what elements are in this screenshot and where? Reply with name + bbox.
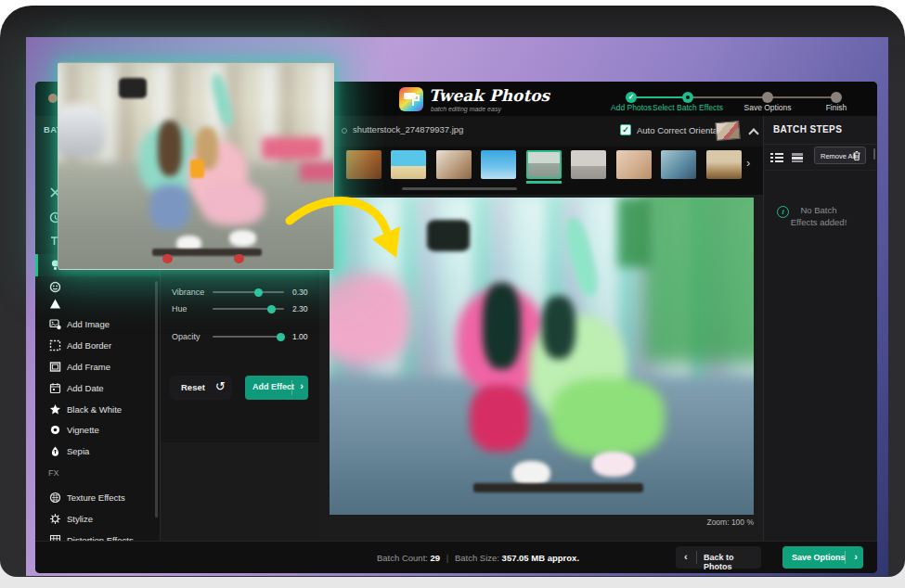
opacity-slider[interactable] <box>213 336 284 338</box>
slider-label-hue: Hue <box>172 304 187 313</box>
sidebar-item-add-border[interactable]: Add Border <box>35 335 160 356</box>
add-frame-icon <box>48 360 61 373</box>
filmstrip-thumbnail-8[interactable] <box>661 150 696 179</box>
sidebar-item-label: Add Border <box>67 340 111 351</box>
filmstrip-thumbnail-4[interactable] <box>481 150 516 179</box>
step-label-add-photos[interactable]: Add Photos <box>611 103 652 112</box>
chevron-up-icon[interactable] <box>748 128 758 138</box>
chevron-left-icon: ‹ <box>684 551 688 562</box>
filmstrip-thumbnail-2[interactable] <box>391 150 426 179</box>
filmstrip-scrollbar[interactable] <box>402 187 517 190</box>
steps-progress-line-done <box>631 96 688 98</box>
sidebar-item-hidden-6[interactable] <box>35 293 160 314</box>
sidebar-item-add-image[interactable]: Add Image <box>35 313 160 335</box>
step-dot-finish[interactable] <box>831 92 842 103</box>
save-options-button[interactable]: Save Options › <box>782 546 863 569</box>
batch-steps-scrollbar[interactable] <box>873 148 875 160</box>
filmstrip-thumbnail-9[interactable] <box>706 150 742 179</box>
remove-all-label: Remove All <box>821 152 856 160</box>
black-white-icon <box>48 403 61 415</box>
sidebar-item-label: Stylize <box>67 514 93 524</box>
yellow-arrow-annotation <box>278 191 418 276</box>
batch-steps-panel <box>763 116 877 541</box>
panel-divider <box>764 170 877 171</box>
sidebar-item-label: Sepia <box>67 446 89 456</box>
save-options-label: Save Options <box>792 553 846 562</box>
app-tagline: batch editing made easy <box>431 106 501 112</box>
batch-size-value: 357.05 MB approx. <box>502 553 579 563</box>
add-border-icon <box>48 339 61 352</box>
filmstrip-thumbnail-7[interactable] <box>616 150 652 179</box>
current-filename: shutterstock_274879937.jpg <box>353 124 463 134</box>
selected-thumbnail-indicator <box>526 181 562 184</box>
slider-value-opacity: 1.00 <box>292 332 308 341</box>
filmstrip-thumbnail-5-selected[interactable] <box>526 150 562 179</box>
batch-count-label: Batch Count: <box>377 553 428 563</box>
step-dot-add-photos[interactable]: ✓ <box>626 92 637 103</box>
step-dot-save-options[interactable] <box>762 92 773 103</box>
sidebar-item-texture-effects[interactable]: Texture Effects <box>35 487 160 508</box>
slider-label-opacity: Opacity <box>172 332 200 341</box>
add-effect-button-label: Add Effect <box>252 382 294 391</box>
button-divider <box>696 551 697 564</box>
filmstrip-thumbnail-1[interactable] <box>346 150 381 179</box>
sidebar-item-black-white[interactable]: Black & White <box>35 399 160 420</box>
check-icon: ✓ <box>628 94 635 101</box>
stacked-view-icon[interactable] <box>791 150 804 161</box>
sidebar-item-label: Black & White <box>67 404 122 415</box>
app-title: Tweak Photos <box>429 86 549 105</box>
separator: | <box>443 553 452 563</box>
auto-correct-checkbox[interactable]: ✓ <box>620 124 631 135</box>
window-close-button[interactable] <box>48 94 58 103</box>
sepia-icon <box>48 444 61 457</box>
sidebar-item-add-frame[interactable]: Add Frame <box>35 356 160 377</box>
step-label-save-options[interactable]: Save Options <box>743 103 791 112</box>
file-status-icon <box>342 128 347 134</box>
hue-slider-knob[interactable] <box>267 305 276 313</box>
add-date-icon <box>48 381 61 394</box>
filmstrip-thumbnail-3[interactable] <box>436 150 472 179</box>
empty-batch-message: No Batch Effects added! <box>787 204 850 228</box>
vignette-icon <box>48 423 61 436</box>
step-label-finish[interactable]: Finish <box>826 103 847 112</box>
vibrance-slider[interactable] <box>213 291 284 293</box>
sidebar-item-label: Add Image <box>67 319 110 329</box>
filmstrip-next-icon[interactable]: › <box>746 156 750 170</box>
sidebar-item-label: Add Frame <box>67 362 110 372</box>
back-to-photos-label: Back to Photos <box>704 553 761 571</box>
batch-count-value: 29 <box>431 553 441 563</box>
slider-label-vibrance: Vibrance <box>172 288 204 297</box>
back-to-photos-button[interactable]: ‹ Back to Photos <box>676 546 761 569</box>
batch-steps-title: BATCH STEPS <box>773 124 842 134</box>
sidebar-item-vignette[interactable]: Vignette <box>35 419 160 441</box>
add-effect-button[interactable]: Add Effect › <box>245 376 308 400</box>
zoom-level-label: Zoom: 100 % <box>670 518 754 527</box>
sidebar-scrollbar[interactable] <box>155 281 158 518</box>
orientation-preview-thumbnail <box>715 121 741 141</box>
slider-value-vibrance: 0.30 <box>292 288 308 297</box>
sidebar-item-sepia[interactable]: Sepia <box>35 441 160 462</box>
app-logo-icon <box>399 87 423 111</box>
trash-icon <box>853 151 860 160</box>
sidebar-item-label: Add Date <box>67 383 104 393</box>
sidebar-item-add-date[interactable]: Add Date <box>35 377 160 399</box>
step-label-select-batch-effects[interactable]: Select Batch Effects <box>653 103 723 112</box>
watermark-icon <box>48 297 61 310</box>
fx-section-label: FX <box>48 468 59 478</box>
sidebar-item-label: Texture Effects <box>67 492 125 503</box>
footer-bar: Batch Count: 29 | Batch Size: 357.05 MB … <box>35 541 877 573</box>
reset-button[interactable]: Reset ↺ <box>170 376 232 400</box>
filmstrip-thumbnail-6[interactable] <box>571 150 606 179</box>
remove-all-button[interactable]: Remove All <box>814 147 866 164</box>
sidebar-item-label: Vignette <box>67 425 99 435</box>
undo-icon: ↺ <box>215 379 226 393</box>
smiley-icon <box>48 280 61 293</box>
hue-slider[interactable] <box>213 308 284 310</box>
add-image-icon <box>48 317 61 330</box>
sidebar-item-stylize[interactable]: Stylize <box>35 508 160 530</box>
vibrance-slider-knob[interactable] <box>254 288 263 297</box>
step-dot-select-batch-effects[interactable] <box>682 92 693 103</box>
list-view-icon[interactable] <box>770 150 783 161</box>
panel-divider <box>764 144 877 145</box>
opacity-slider-knob[interactable] <box>277 333 285 341</box>
